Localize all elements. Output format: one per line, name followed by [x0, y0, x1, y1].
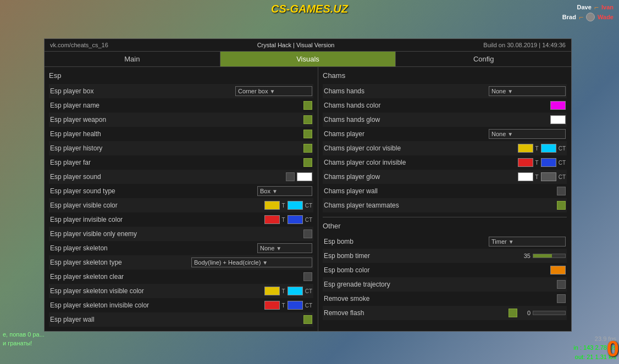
player-wade: Wade	[598, 14, 614, 20]
color-chams-hands[interactable]	[550, 101, 566, 110]
checkbox-esp-name[interactable]	[303, 101, 312, 110]
row-esp-sound-type: Esp player sound type Box ▼	[49, 184, 313, 198]
chams-section-title: Chams	[323, 71, 567, 80]
row-chams-player-invisible: Chams player color invisible T CT	[323, 155, 567, 170]
label-esp-far: Esp player far	[50, 159, 303, 166]
color-skel-invisible-t[interactable]	[264, 301, 280, 310]
panel-header: vk.com/cheats_cs_16 Crystal Hack | Visua…	[45, 39, 571, 52]
label-esp-skeleton-type: Esp player skeleton type	[50, 259, 191, 266]
label-esp-history: Esp player history	[50, 144, 303, 152]
slider-bomb-timer[interactable]	[533, 254, 566, 258]
dropdown-chams-player[interactable]: None ▼	[489, 129, 566, 139]
checkbox-esp-wall[interactable]	[303, 315, 312, 324]
row-chams-player-glow: Chams player glow T CT	[323, 170, 567, 184]
color-chams-invisible-ct[interactable]	[541, 158, 556, 167]
controls-esp-bomb-timer: 35	[519, 253, 566, 259]
checkbox-remove-smoke[interactable]	[557, 294, 566, 303]
row-esp-invisible-color: Esp player invisible color T CT	[49, 212, 313, 227]
checkbox-chams-wall[interactable]	[557, 187, 566, 195]
row-esp-grenade-traj: Esp grenade trajectory	[323, 277, 567, 292]
row-esp-far: Esp player far	[49, 155, 313, 170]
slider-value-bomb-timer: 35	[519, 253, 530, 259]
row-esp-health: Esp player health	[49, 127, 313, 141]
checkbox-esp-far[interactable]	[303, 158, 312, 167]
color-chams-visible-t[interactable]	[518, 144, 533, 153]
row-remove-flash: Remove flash 0	[323, 306, 567, 320]
checkbox-chams-teammates[interactable]	[557, 201, 566, 210]
checkbox-esp-sound[interactable]	[286, 172, 295, 181]
controls-esp-skel-invisible-color: T CT	[264, 301, 312, 310]
row-esp-bomb-timer: Esp bomb timer 35	[323, 249, 567, 263]
dropdown-esp-skeleton[interactable]: None ▼	[257, 243, 312, 253]
controls-esp-box: Corner box ▼	[235, 86, 312, 96]
row-esp-bomb: Esp bomb Timer ▼	[323, 234, 567, 249]
label-esp-skeleton: Esp player skeleton	[50, 244, 257, 252]
controls-remove-flash: 0	[509, 309, 566, 317]
game-title: CS-GAMES.UZ	[271, 3, 348, 15]
checkbox-esp-grenade-traj[interactable]	[557, 280, 566, 289]
checkbox-esp-health[interactable]	[303, 130, 312, 138]
label-esp-bomb-timer: Esp bomb timer	[324, 252, 519, 260]
controls-esp-skeleton-clear	[303, 272, 312, 281]
label-esp-bomb-color: Esp bomb color	[324, 266, 550, 274]
hud-row-2: Brad ⌐ Wade	[562, 13, 614, 21]
color-esp-invisible-ct[interactable]	[288, 215, 303, 224]
tab-main[interactable]: Main	[45, 52, 220, 66]
label-esp-box: Esp player box	[50, 87, 235, 95]
color-esp-bomb[interactable]	[550, 266, 566, 275]
main-panel: vk.com/cheats_cs_16 Crystal Hack | Visua…	[44, 38, 572, 332]
row-esp-history: Esp player history	[49, 141, 313, 155]
color-esp-visible-ct[interactable]	[288, 201, 303, 210]
color-skel-visible-t[interactable]	[264, 287, 280, 295]
controls-chams-player-visible: T CT	[518, 144, 566, 153]
controls-esp-sound-type: Box ▼	[257, 186, 312, 196]
controls-esp-wall	[303, 315, 312, 324]
label-esp-invisible-color: Esp player invisible color	[50, 216, 264, 223]
tab-config[interactable]: Config	[396, 52, 571, 66]
color-chams-invisible-t[interactable]	[518, 158, 533, 167]
color-skel-visible-ct[interactable]	[288, 287, 303, 295]
checkbox-esp-skeleton-clear[interactable]	[303, 272, 312, 281]
controls-chams-player-teammates	[557, 201, 566, 210]
checkbox-esp-visible-only-enemy[interactable]	[303, 229, 312, 238]
gun-icon-2: ⌐	[579, 13, 583, 21]
avatar-icon	[586, 13, 595, 21]
color-chams-visible-ct[interactable]	[541, 144, 556, 153]
row-chams-hands-color: Chams hands color	[323, 98, 567, 113]
dropdown-esp-box[interactable]: Corner box ▼	[235, 86, 312, 96]
color-chams-glow-ct[interactable]	[541, 172, 556, 181]
dropdown-chams-hands[interactable]: None ▼	[489, 86, 566, 96]
label-chams-hands: Chams hands	[324, 87, 489, 95]
color-chams-glow-t[interactable]	[518, 172, 533, 181]
row-esp-name: Esp player name	[49, 98, 313, 113]
content-area: Esp Esp player box Corner box ▼ Esp play…	[45, 67, 571, 331]
dropdown-esp-skeleton-type[interactable]: Body(line) + Head(circle) ▼	[191, 257, 312, 267]
top-bar: CS-GAMES.UZ	[0, 0, 619, 18]
checkbox-esp-history[interactable]	[303, 144, 312, 153]
tab-bar: Main Visuals Config	[45, 52, 571, 67]
controls-esp-bomb-color	[550, 266, 566, 275]
label-chams-player-wall: Chams player wall	[324, 187, 557, 195]
controls-esp-skel-visible-color: T CT	[264, 287, 312, 295]
label-esp-skel-invisible-color: Esp player skeleton invisible color	[50, 301, 264, 309]
row-remove-smoke: Remove smoke	[323, 292, 567, 306]
checkbox-esp-weapon[interactable]	[303, 115, 312, 124]
slider-value-flash: 0	[519, 310, 530, 316]
dropdown-esp-bomb[interactable]: Timer ▼	[489, 237, 566, 247]
color-esp-sound[interactable]	[297, 172, 312, 181]
color-esp-visible-t[interactable]	[264, 201, 280, 210]
color-skel-invisible-ct[interactable]	[288, 301, 303, 310]
checkbox-remove-flash[interactable]	[509, 309, 517, 317]
row-esp-sound: Esp player sound	[49, 170, 313, 184]
controls-esp-name	[303, 101, 312, 110]
dropdown-esp-sound-type[interactable]: Box ▼	[257, 186, 312, 196]
controls-esp-history	[303, 144, 312, 153]
row-esp-visible-color: Esp player visible color T CT	[49, 198, 313, 212]
corner-score: 0	[607, 337, 619, 361]
color-chams-hands-glow[interactable]	[550, 115, 566, 124]
color-esp-invisible-t[interactable]	[264, 215, 280, 224]
tab-visuals[interactable]: Visuals	[220, 52, 396, 66]
controls-chams-player: None ▼	[489, 129, 566, 139]
slider-remove-flash[interactable]	[533, 311, 566, 315]
row-esp-skeleton-clear: Esp player skeleton clear	[49, 270, 313, 284]
